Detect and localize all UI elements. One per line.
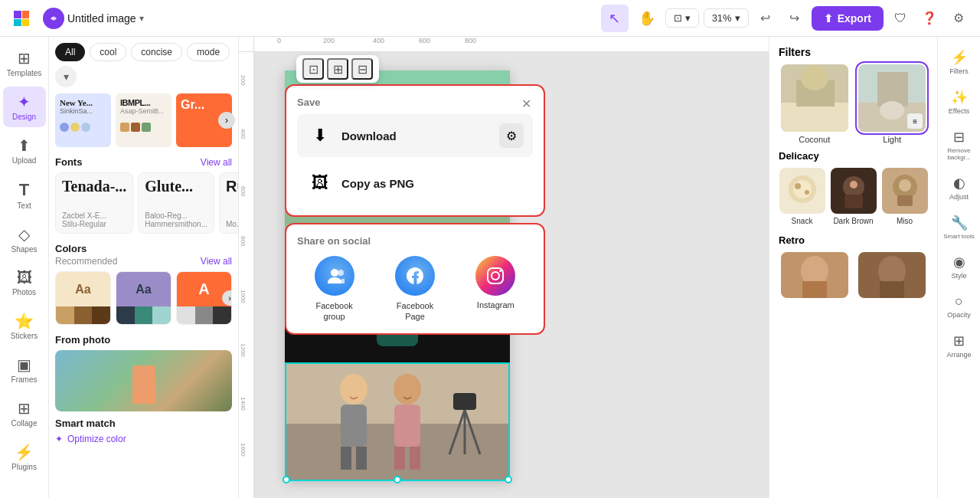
svg-rect-28 (341, 405, 367, 447)
stickers-icon: ⭐ (15, 312, 34, 330)
sidebar-item-design[interactable]: ✦ Design (3, 87, 46, 127)
style-item-retro-1[interactable] (779, 252, 851, 298)
redo-button[interactable]: ↪ (782, 6, 807, 31)
sidebar-item-stickers[interactable]: ⭐ Stickers (3, 306, 46, 346)
design-label: Design (12, 113, 36, 121)
sidebar-item-photos[interactable]: 🖼 Photos (3, 263, 46, 303)
right-tool-smart[interactable]: 🔧 Smart tools (939, 208, 979, 246)
design-panel: All cool concise mode ▾ New Ye... Sinkin… (49, 37, 239, 498)
collage-icon: ⊞ (18, 399, 31, 418)
delicacy-title: Delicacy (779, 150, 928, 162)
text-label: Text (17, 201, 31, 210)
ruler-vmark-1400: 1400 (240, 397, 247, 411)
stickers-label: Stickers (11, 332, 38, 340)
social-fb-group[interactable]: Facebookgroup (297, 256, 371, 323)
undo-button[interactable]: ↩ (753, 6, 778, 31)
zoom-chevron: ▾ (735, 12, 740, 24)
fonts-view-all-button[interactable]: View all (201, 157, 232, 168)
style-item-snack[interactable]: Snack (779, 168, 825, 225)
app-logo[interactable] (9, 6, 34, 31)
pill-all[interactable]: All (55, 43, 85, 61)
pill-concise[interactable]: concise (131, 43, 182, 61)
doc-chevron[interactable]: ▾ (139, 13, 144, 24)
font-sub-2b: Hammersmithon... (145, 220, 207, 228)
color-letter-1: Aa (75, 283, 90, 297)
style-item-retro-2[interactable] (856, 252, 929, 298)
retro-grid (779, 252, 928, 298)
collage-slot-3[interactable] (285, 362, 510, 481)
smart-match-title: Smart match (55, 418, 116, 429)
hand-tool-button[interactable]: ✋ (633, 5, 661, 32)
style-item-dark-brown[interactable]: Dark Brown (830, 168, 877, 225)
copy-png-button[interactable]: 🖼 Copy as PNG (297, 162, 533, 205)
font-name-2: Glute... (145, 178, 207, 195)
canvas-layout-tool[interactable]: ⊞ (327, 58, 348, 80)
help-icon-button[interactable]: ❓ (917, 6, 942, 31)
export-button[interactable]: ⬆ Export (812, 6, 884, 31)
canvas-more-tool[interactable]: ⊟ (351, 58, 373, 80)
document-title-area[interactable]: Untitled image ▾ (43, 8, 144, 29)
right-tool-effects[interactable]: ✨ Effects (939, 83, 979, 121)
sidebar-item-collage[interactable]: ⊞ Collage (3, 393, 46, 434)
download-label: Download (341, 129, 492, 143)
sidebar-item-templates[interactable]: ⊞ Templates (3, 43, 46, 84)
template-thumb-2[interactable]: IBMPL... Asap-SemiB... (116, 93, 172, 147)
optimize-button[interactable]: ✦ Optimize color (55, 434, 232, 444)
settings-icon-button[interactable]: ⚙ (946, 6, 971, 31)
from-photo-thumb[interactable] (55, 350, 232, 411)
social-grid: Facebookgroup FacebookPage (297, 256, 533, 323)
download-button[interactable]: ⬇ Download ⚙ (297, 114, 533, 157)
svg-point-51 (795, 183, 801, 189)
right-tool-adjust[interactable]: ◐ Adjust (939, 169, 979, 207)
colors-next-button[interactable]: › (222, 290, 232, 306)
zoom-button[interactable]: 31% ▾ (704, 8, 749, 28)
font-thumb-glute[interactable]: Glute... Baloo-Reg... Hammersmithon... (138, 172, 214, 234)
style-label: Style (951, 272, 966, 280)
smart-tools-icon: 🔧 (951, 215, 968, 231)
color-thumb-1[interactable]: Aa (55, 271, 111, 325)
right-styles-panel: Filters Coconut (769, 37, 937, 498)
colors-view-all-button[interactable]: View all (201, 256, 232, 267)
sidebar-item-upload[interactable]: ⬆ Upload (3, 130, 46, 171)
view-options-button[interactable]: ⊡ ▾ (665, 8, 699, 28)
style-item-light[interactable]: ≡ Light (857, 64, 929, 144)
download-settings-icon[interactable]: ⚙ (499, 123, 524, 148)
right-tool-filters[interactable]: ⚡ Filters (939, 43, 979, 81)
template-next-button[interactable]: › (218, 112, 235, 129)
sidebar-item-plugins[interactable]: ⚡ Plugins (3, 437, 46, 477)
color-thumb-2[interactable]: Aa (116, 271, 172, 325)
popup-close-button[interactable]: ✕ (516, 93, 536, 113)
font-thumb-ru[interactable]: Ru Mo... › (219, 172, 239, 234)
color-thumb-3[interactable]: A › (176, 271, 232, 325)
canvas-crop-tool[interactable]: ⊡ (302, 58, 324, 80)
sidebar-item-shapes[interactable]: ◇ Shapes (3, 219, 46, 260)
style-item-coconut[interactable]: Coconut (779, 64, 851, 144)
pill-more-button[interactable]: ▾ (55, 66, 77, 87)
font-sub-1a: Zacbel X-E... (62, 211, 126, 220)
font-thumb-tenada[interactable]: Tenada-... Zacbel X-E... Stilu-Regular (55, 172, 133, 234)
style-thumb-light: ≡ (858, 64, 926, 132)
shield-icon-button[interactable]: 🛡 (888, 6, 913, 31)
view-icon: ⊡ (674, 12, 682, 24)
right-tool-style[interactable]: ◉ Style (939, 247, 979, 286)
style-item-miso[interactable]: Miso (881, 168, 928, 225)
select-tool-button[interactable]: ↖ (601, 5, 629, 32)
pill-mode[interactable]: mode (187, 43, 230, 61)
copy-png-icon: 🖼 (306, 169, 334, 197)
social-instagram[interactable]: Instagram (459, 256, 533, 323)
upload-label: Upload (12, 156, 37, 165)
style-label-snack: Snack (792, 217, 813, 225)
photos-label: Photos (12, 288, 36, 297)
colors-title: Colors (55, 243, 87, 254)
pill-cool[interactable]: cool (90, 43, 126, 61)
right-tool-arrange[interactable]: ⊞ Arrange (939, 326, 979, 365)
sidebar-item-frames[interactable]: ▣ Frames (3, 349, 46, 390)
arrange-icon: ⊞ (953, 333, 965, 349)
sidebar-item-text[interactable]: T Text (3, 174, 46, 216)
right-tool-remove-bg[interactable]: ⊟ Remove backgr... (939, 123, 979, 167)
ruler-vmark-1000: 1000 (240, 290, 247, 303)
right-tool-opacity[interactable]: ○ Opacity (939, 287, 979, 325)
template-grid: New Ye... SinkinSa... IBMPL... Asap-Semi… (55, 93, 232, 147)
social-fb-page[interactable]: FacebookPage (377, 256, 452, 323)
template-thumb-1[interactable]: New Ye... SinkinSa... (55, 93, 111, 147)
